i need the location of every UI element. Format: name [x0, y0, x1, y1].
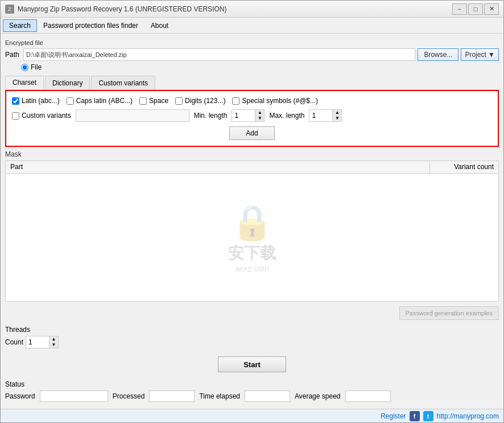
latin-label: Latin (abc...) — [22, 97, 60, 105]
special-checkbox[interactable] — [232, 97, 239, 105]
password-status-input — [40, 391, 108, 402]
max-length-spinner: ▲ ▼ — [309, 109, 342, 122]
minimize-button[interactable]: − — [452, 3, 467, 15]
count-label: Count — [5, 338, 23, 346]
custom-variants-label: Custom variants — [22, 112, 71, 120]
menu-item-ppff[interactable]: Password protection files finder — [37, 19, 144, 32]
browse-button[interactable]: Browse... — [418, 48, 458, 61]
special-label: Special symbols (#@$...) — [242, 97, 318, 105]
tab-custom-variants[interactable]: Custom variants — [91, 76, 155, 89]
min-length-spinner: ▲ ▼ — [232, 109, 265, 122]
path-input[interactable] — [23, 48, 415, 61]
charset-tabs-container: Charset Dictionary Custom variants Latin… — [5, 76, 499, 147]
digits-label: Digits (123...) — [185, 97, 225, 105]
tab-dictionary[interactable]: Dictionary — [45, 76, 90, 89]
min-length-label: Min. length — [194, 112, 228, 120]
min-length-up[interactable]: ▲ — [255, 110, 264, 116]
watermark: 🔒 安下载 anxz.com — [228, 202, 276, 273]
tabs-row: Charset Dictionary Custom variants — [5, 76, 499, 90]
twitter-icon[interactable]: t — [423, 411, 433, 421]
maximize-button[interactable]: □ — [468, 3, 483, 15]
website-link[interactable]: http://manyprog.com — [437, 412, 499, 420]
space-label: Space — [149, 97, 168, 105]
mask-col-variant-header: Variant count — [430, 161, 498, 173]
status-section: Status Password Processed Time elapsed A… — [5, 378, 499, 404]
digits-checkbox-label[interactable]: Digits (123...) — [175, 97, 225, 105]
file-radio[interactable] — [21, 64, 28, 71]
mask-header: Mask — [5, 150, 499, 158]
custom-variants-input[interactable] — [76, 109, 189, 122]
footer: Register f t http://manyprog.com — [1, 409, 503, 422]
threads-label: Threads — [5, 326, 499, 334]
password-label: Password — [5, 392, 35, 400]
main-window: Z Manyprog Zip Password Recovery 1.6 (UN… — [0, 0, 504, 423]
path-row: Path Browse... Project ▼ — [5, 48, 499, 61]
thread-count-spinner: ▲ ▼ — [26, 336, 59, 348]
watermark-sub: anxz.com — [228, 264, 276, 273]
max-length-down[interactable]: ▼ — [332, 116, 341, 121]
max-length-label: Max. length — [269, 112, 304, 120]
path-label: Path — [5, 51, 21, 59]
max-length-spin-buttons: ▲ ▼ — [332, 110, 341, 121]
svg-text:Z: Z — [8, 6, 11, 12]
charset-add-row: Add — [12, 126, 492, 140]
caps-latin-checkbox[interactable] — [67, 97, 74, 105]
menu-item-about[interactable]: About — [144, 19, 175, 32]
file-row: File — [5, 63, 499, 71]
latin-checkbox[interactable] — [12, 97, 19, 105]
add-button[interactable]: Add — [229, 126, 275, 140]
menu-bar: Search Password protection files finder … — [1, 18, 503, 34]
encrypted-file-label: Encrypted file — [5, 39, 499, 46]
space-checkbox[interactable] — [139, 97, 147, 105]
title-bar: Z Manyprog Zip Password Recovery 1.6 (UN… — [1, 1, 503, 18]
custom-variants-checkbox[interactable] — [12, 112, 19, 120]
start-button[interactable]: Start — [218, 356, 286, 372]
main-content: Encrypted file Path Browse... Project ▼ … — [1, 34, 503, 409]
custom-variants-checkbox-label[interactable]: Custom variants — [12, 112, 71, 120]
title-bar-text: Manyprog Zip Password Recovery 1.6 (UNRE… — [18, 5, 452, 13]
thread-count-input[interactable] — [26, 336, 49, 348]
menu-item-search[interactable]: Search — [3, 19, 37, 32]
time-elapsed-label: Time elapsed — [199, 392, 240, 400]
min-length-down[interactable]: ▼ — [255, 116, 264, 121]
time-elapsed-status-input — [245, 391, 290, 402]
avg-speed-status-input — [345, 391, 391, 402]
tab-charset[interactable]: Charset — [5, 76, 44, 89]
facebook-icon[interactable]: f — [410, 411, 420, 421]
close-button[interactable]: ✕ — [484, 3, 499, 15]
digits-checkbox[interactable] — [175, 97, 183, 105]
charset-custom-row: Custom variants Min. length ▲ ▼ Max. len… — [12, 109, 492, 122]
pw-gen-button[interactable]: Password generation examples — [399, 306, 499, 320]
latin-checkbox-label[interactable]: Latin (abc...) — [12, 97, 60, 105]
max-length-up[interactable]: ▲ — [332, 110, 341, 116]
thread-count-up[interactable]: ▲ — [49, 336, 58, 342]
file-radio-label: File — [31, 63, 42, 71]
title-bar-controls: − □ ✕ — [452, 3, 499, 15]
mask-col-part-header: Part — [6, 161, 430, 173]
status-row: Password Processed Time elapsed Average … — [5, 391, 499, 402]
caps-latin-checkbox-label[interactable]: Caps latin (ABC...) — [67, 97, 133, 105]
start-row: Start — [5, 354, 499, 375]
mask-section: Mask Part Variant count 🔒 安下载 anxz.com P… — [5, 150, 499, 320]
threads-row: Count ▲ ▼ — [5, 336, 499, 348]
threads-section: Threads Count ▲ ▼ — [5, 323, 499, 351]
min-length-input[interactable] — [232, 110, 255, 121]
thread-count-down[interactable]: ▼ — [49, 342, 58, 348]
register-link[interactable]: Register — [381, 412, 406, 420]
encrypted-file-section: Encrypted file Path Browse... Project ▼ … — [5, 38, 499, 72]
processed-label: Processed — [113, 392, 145, 400]
mask-table-body: 🔒 安下载 anxz.com — [6, 174, 498, 301]
project-button[interactable]: Project ▼ — [461, 48, 499, 61]
thread-count-spin-buttons: ▲ ▼ — [49, 336, 58, 348]
space-checkbox-label[interactable]: Space — [139, 97, 168, 105]
max-length-input[interactable] — [309, 110, 332, 121]
processed-status-input — [149, 391, 195, 402]
mask-table: Part Variant count 🔒 安下载 anxz.com — [5, 161, 499, 302]
mask-table-header: Part Variant count — [6, 161, 498, 174]
watermark-icon: 🔒 — [228, 202, 276, 243]
min-length-spin-buttons: ▲ ▼ — [255, 110, 264, 121]
special-checkbox-label[interactable]: Special symbols (#@$...) — [232, 97, 318, 105]
watermark-text: 安下载 — [228, 243, 276, 264]
charset-checkboxes-row: Latin (abc...) Caps latin (ABC...) Space… — [12, 97, 492, 105]
app-icon: Z — [5, 5, 14, 14]
